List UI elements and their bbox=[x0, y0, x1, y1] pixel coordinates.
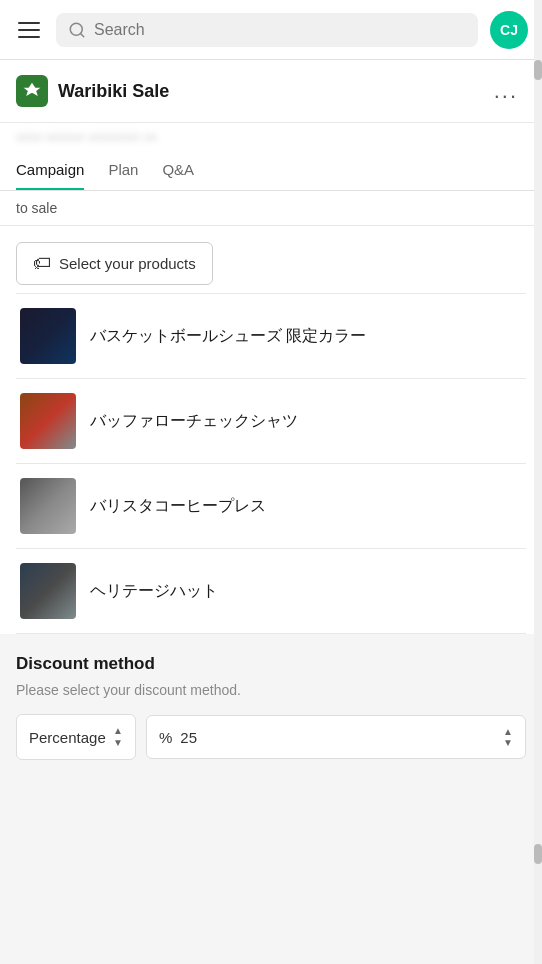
tag-icon: 🏷 bbox=[33, 253, 51, 274]
app-title: Waribiki Sale bbox=[58, 81, 169, 102]
app-header-left: Waribiki Sale bbox=[16, 75, 169, 107]
product-name: バリスタコーヒープレス bbox=[90, 496, 266, 517]
discount-subtitle: Please select your discount method. bbox=[16, 682, 526, 698]
spinner-up[interactable]: ▲ bbox=[503, 726, 513, 737]
product-name: ヘリテージハット bbox=[90, 581, 218, 602]
tab-campaign[interactable]: Campaign bbox=[16, 149, 84, 190]
product-item[interactable]: ヘリテージハット bbox=[16, 549, 526, 634]
discount-method-label: Percentage bbox=[29, 729, 106, 746]
product-item[interactable]: バッファローチェックシャツ bbox=[16, 379, 526, 464]
arrow-up: ▲ bbox=[113, 725, 123, 737]
product-thumbnail bbox=[20, 393, 76, 449]
tab-plan[interactable]: Plan bbox=[108, 149, 138, 190]
subtitle-blurred-text: xxxx xxxxxx xxxxxxxx xx bbox=[16, 129, 526, 149]
product-item[interactable]: バリスタコーヒープレス bbox=[16, 464, 526, 549]
spinner-down[interactable]: ▼ bbox=[503, 737, 513, 748]
scrollbar-track[interactable] bbox=[534, 0, 542, 964]
hamburger-button[interactable] bbox=[14, 18, 44, 42]
search-box bbox=[56, 13, 478, 47]
product-thumbnail bbox=[20, 563, 76, 619]
select-arrows: ▲ ▼ bbox=[113, 725, 123, 749]
hamburger-line-2 bbox=[18, 29, 40, 31]
app-header: Waribiki Sale ... bbox=[0, 60, 542, 123]
discount-section: Discount method Please select your disco… bbox=[0, 634, 542, 776]
select-products-button[interactable]: 🏷 Select your products bbox=[16, 242, 213, 285]
product-thumbnail bbox=[20, 308, 76, 364]
svg-line-1 bbox=[80, 33, 83, 36]
top-bar: CJ bbox=[0, 0, 542, 60]
tabs-bar: Campaign Plan Q&A bbox=[0, 149, 542, 191]
product-thumbnail bbox=[20, 478, 76, 534]
arrow-down: ▼ bbox=[113, 737, 123, 749]
discount-title: Discount method bbox=[16, 654, 526, 674]
hamburger-line-1 bbox=[18, 22, 40, 24]
scrollbar-thumb-bottom[interactable] bbox=[534, 844, 542, 864]
product-name: バッファローチェックシャツ bbox=[90, 411, 298, 432]
app-logo-icon bbox=[16, 75, 48, 107]
products-section: 🏷 Select your products バスケットボールシューズ 限定カラ… bbox=[0, 226, 542, 634]
select-products-label: Select your products bbox=[59, 255, 196, 272]
to-sale-bar: to sale bbox=[0, 191, 542, 226]
discount-controls: Percentage ▲ ▼ % 25 ▲ ▼ bbox=[16, 714, 526, 760]
avatar[interactable]: CJ bbox=[490, 11, 528, 49]
hamburger-line-3 bbox=[18, 36, 40, 38]
subtitle-bar: xxxx xxxxxx xxxxxxxx xx bbox=[0, 123, 542, 149]
tab-qna[interactable]: Q&A bbox=[162, 149, 194, 190]
percent-value: 25 bbox=[180, 729, 495, 746]
product-list: バスケットボールシューズ 限定カラー バッファローチェックシャツ バリスタコーヒ… bbox=[16, 293, 526, 634]
percent-symbol: % bbox=[159, 729, 172, 746]
product-item[interactable]: バスケットボールシューズ 限定カラー bbox=[16, 294, 526, 379]
search-input[interactable] bbox=[94, 21, 466, 39]
more-options-button[interactable]: ... bbox=[486, 74, 526, 108]
percent-input-container: % 25 ▲ ▼ bbox=[146, 715, 526, 759]
product-name: バスケットボールシューズ 限定カラー bbox=[90, 326, 366, 347]
search-icon bbox=[68, 21, 86, 39]
to-sale-text: to sale bbox=[16, 200, 57, 216]
spinner-arrows[interactable]: ▲ ▼ bbox=[503, 726, 513, 748]
discount-method-select[interactable]: Percentage ▲ ▼ bbox=[16, 714, 136, 760]
scrollbar-thumb-top[interactable] bbox=[534, 60, 542, 80]
